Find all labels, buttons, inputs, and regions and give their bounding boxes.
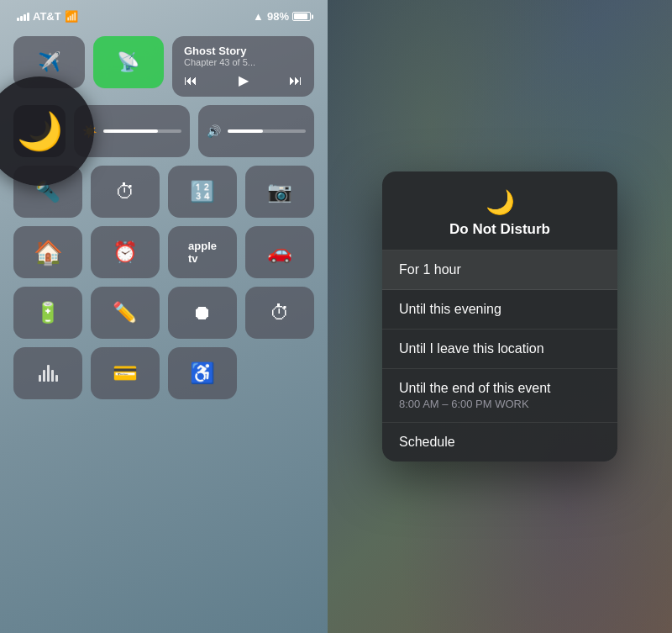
car-tile[interactable]: 🚗: [245, 226, 314, 278]
cc-second-row: 🌙 🌙 ☀️ 🔊: [13, 105, 314, 157]
calculator-tile[interactable]: 🔢: [168, 166, 237, 218]
wallet-icon: 💳: [113, 361, 138, 385]
car-icon: 🚗: [267, 240, 292, 264]
dnd-option-until-location[interactable]: Until I leave this location: [382, 330, 617, 369]
stopwatch-tile[interactable]: ⏱: [245, 287, 314, 339]
battery-tile-icon: 🔋: [35, 301, 60, 324]
control-center: ✈️ 📡 Ghost Story Chapter 43 of 5... ⏮ ▶ …: [0, 29, 328, 414]
dnd-popup-header: 🌙 Do Not Disturb: [382, 171, 617, 251]
volume-icon: 🔊: [207, 124, 221, 138]
icon-row-4: 💳 ♿: [13, 347, 314, 399]
dnd-option-for-1-hour[interactable]: For 1 hour: [382, 251, 617, 290]
appletv-tile[interactable]: appletv: [168, 226, 237, 278]
clock-icon: ⏰: [113, 240, 138, 264]
calculator-icon: 🔢: [190, 180, 215, 203]
carrier-label: AT&T: [33, 10, 61, 23]
dnd-option-until-evening[interactable]: Until this evening: [382, 290, 617, 330]
prev-button[interactable]: ⏮: [184, 73, 197, 88]
accessibility-tile[interactable]: ♿: [168, 347, 237, 399]
battery-fill: [294, 13, 307, 19]
dnd-option-until-location-label: Until I leave this location: [399, 341, 601, 356]
home-icon: 🏠: [34, 239, 63, 266]
clock-tile[interactable]: ⏰: [91, 226, 160, 278]
camera-icon: 📷: [267, 180, 292, 203]
volume-slider[interactable]: 🔊: [198, 105, 314, 157]
battery-percent: 98%: [267, 10, 289, 23]
status-right: ▲ 98%: [253, 10, 311, 23]
dnd-popup-title: Do Not Disturb: [449, 221, 550, 237]
brightness-fill: [103, 129, 158, 133]
dnd-option-until-event[interactable]: Until the end of this event 8:00 AM – 6:…: [382, 369, 617, 423]
status-left: AT&T 📶: [17, 10, 78, 23]
dnd-option-until-event-sublabel: 8:00 AM – 6:00 PM WORK: [399, 398, 601, 410]
wifi-tile-icon: 📡: [117, 51, 139, 73]
play-button[interactable]: ▶: [239, 72, 249, 88]
stopwatch-icon: ⏱: [270, 301, 290, 324]
record-tile[interactable]: ⏺: [168, 287, 237, 339]
icon-row-2: 🏠 ⏰ appletv 🚗: [13, 226, 314, 278]
dnd-option-until-evening-label: Until this evening: [399, 302, 601, 317]
dnd-option-schedule-label: Schedule: [399, 435, 601, 450]
left-panel: AT&T 📶 ▲ 98% ✈️ 📡: [0, 0, 328, 633]
notes-tile[interactable]: ✏️: [91, 287, 160, 339]
media-controls: ⏮ ▶ ⏭: [184, 72, 302, 88]
volume-track: [228, 129, 306, 133]
icon-row-3: 🔋 ✏️ ⏺ ⏱: [13, 287, 314, 339]
dnd-option-for-1-hour-label: For 1 hour: [399, 262, 601, 277]
dnd-option-schedule[interactable]: Schedule: [382, 423, 617, 462]
timer-tile[interactable]: ⏱: [91, 166, 160, 218]
battery-tile[interactable]: 🔋: [13, 287, 82, 339]
media-tile: Ghost Story Chapter 43 of 5... ⏮ ▶ ⏭: [172, 36, 314, 97]
wifi-tile[interactable]: 📡: [93, 36, 165, 88]
signal-bars: [17, 13, 29, 21]
status-bar: AT&T 📶 ▲ 98%: [0, 0, 328, 29]
airplane-icon: ✈️: [38, 51, 60, 73]
volume-fill: [228, 129, 263, 133]
media-subtitle: Chapter 43 of 5...: [184, 57, 302, 67]
dnd-option-until-event-label: Until the end of this event: [399, 381, 601, 396]
wifi-icon: 📶: [65, 10, 78, 23]
battery-icon: [292, 12, 311, 21]
empty-tile: [245, 347, 314, 399]
dnd-container: 🌙 🌙: [13, 105, 66, 157]
dnd-popup-moon-icon: 🌙: [396, 188, 604, 216]
next-button[interactable]: ⏭: [289, 73, 302, 88]
timer-icon: ⏱: [115, 180, 135, 203]
appletv-icon: appletv: [188, 240, 217, 265]
camera-tile[interactable]: 📷: [245, 166, 314, 218]
soundwave-icon: [39, 365, 58, 382]
media-title: Ghost Story: [184, 45, 302, 57]
soundwave-tile[interactable]: [13, 347, 82, 399]
dnd-popup: 🌙 Do Not Disturb For 1 hour Until this e…: [382, 171, 617, 462]
brightness-track: [103, 129, 181, 133]
moon-icon-large: 🌙: [17, 109, 63, 153]
wallet-tile[interactable]: 💳: [91, 347, 160, 399]
right-panel: 🌙 Do Not Disturb For 1 hour Until this e…: [328, 0, 672, 633]
location-icon: ▲: [253, 10, 264, 23]
record-icon: ⏺: [192, 301, 213, 324]
home-tile[interactable]: 🏠: [13, 226, 82, 278]
phone-frame: AT&T 📶 ▲ 98% ✈️ 📡: [0, 0, 328, 633]
accessibility-icon: ♿: [190, 361, 215, 385]
notes-icon: ✏️: [113, 301, 138, 324]
